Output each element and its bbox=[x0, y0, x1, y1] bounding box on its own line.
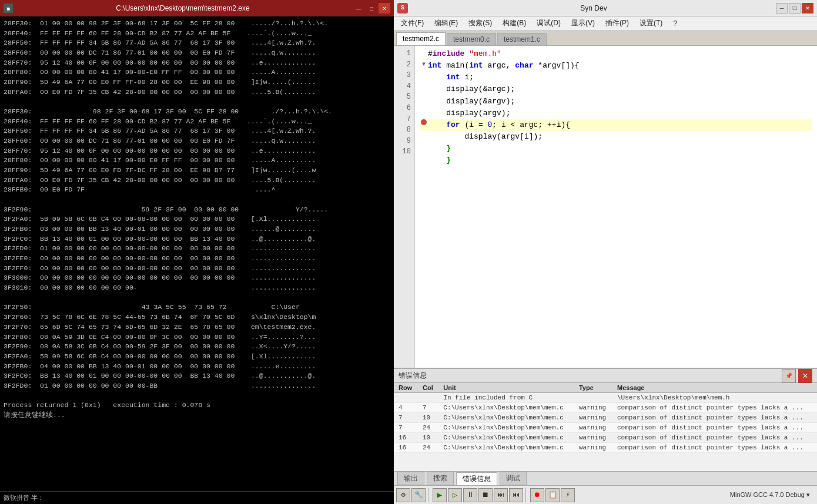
menu-help[interactable]: ? bbox=[668, 18, 682, 29]
error-cell-message-0: \Users\xlnx\Desktop\mem\mem.h bbox=[612, 393, 817, 403]
code-text-10: } bbox=[428, 154, 812, 166]
col-unit: Unit bbox=[438, 383, 574, 393]
tab-testmem1[interactable]: testmem1.c bbox=[497, 33, 547, 45]
error-cell-message-5: comparison of distinct pointer types lac… bbox=[612, 443, 817, 453]
line-num-6: 6 bbox=[394, 103, 414, 114]
error-row-1: 47C:\Users\xlnx\Desktop\mem\mem.cwarning… bbox=[394, 403, 817, 413]
error-cell-message-4: comparison of distinct pointer types lac… bbox=[612, 433, 817, 443]
menu-search[interactable]: 搜索(S) bbox=[464, 17, 497, 29]
error-panel-close-btn[interactable]: ✕ bbox=[798, 369, 812, 383]
toolbar-stop-btn[interactable]: ⏹ bbox=[478, 488, 493, 502]
code-text-3: int i; bbox=[428, 72, 812, 83]
terminal-minimize-btn[interactable]: — bbox=[353, 3, 364, 14]
error-cell-row-0 bbox=[394, 393, 418, 403]
error-cell-col-3: 24 bbox=[418, 423, 438, 433]
tab-testmem0[interactable]: testmem0.c bbox=[447, 33, 496, 45]
error-cell-type-5: warning bbox=[574, 443, 612, 453]
line-num-7: 7 bbox=[394, 114, 414, 125]
toolbar-clipboard-btn[interactable]: 📋 bbox=[545, 488, 560, 502]
fold-icon-2[interactable]: ▼ bbox=[422, 60, 426, 69]
code-text-5: display(&argv); bbox=[428, 96, 812, 107]
code-text-9: } bbox=[428, 143, 812, 154]
ide-error-panel: 错误信息 📌 ✕ Row Col Unit Type Message bbox=[394, 368, 817, 485]
error-cell-unit-3: C:\Users\xlnx\Desktop\mem\mem.c bbox=[438, 423, 574, 433]
menu-build[interactable]: 构建(B) bbox=[498, 17, 531, 29]
line-num-4: 4 bbox=[394, 81, 414, 92]
error-row-2: 710C:\Users\xlnx\Desktop\mem\mem.cwarnin… bbox=[394, 413, 817, 423]
ide-restore-btn[interactable]: □ bbox=[789, 3, 801, 14]
toolbar-sep-1 bbox=[428, 488, 430, 502]
ide-close-btn[interactable]: ✕ bbox=[802, 3, 813, 14]
ide-tabs: testmem2.c testmem0.c testmem1.c bbox=[394, 31, 817, 46]
code-area[interactable]: #include "mem.h" ▼ int main(int argc, ch… bbox=[415, 46, 817, 368]
err-tab-debug[interactable]: 调试 bbox=[500, 472, 527, 485]
err-tab-search[interactable]: 搜索 bbox=[427, 472, 454, 485]
toolbar-status[interactable]: MinGW GCC 4.7.0 Debug ▾ bbox=[576, 491, 815, 499]
tab-testmem2[interactable]: testmem2.c bbox=[396, 32, 446, 45]
menu-edit[interactable]: 编辑(E) bbox=[430, 17, 463, 29]
terminal-maximize-btn[interactable]: □ bbox=[366, 3, 377, 14]
menu-plugins[interactable]: 插件(P) bbox=[601, 17, 634, 29]
toolbar-stepover-btn[interactable]: ⏭ bbox=[494, 488, 508, 502]
error-cell-row-1: 4 bbox=[394, 403, 418, 413]
menu-view[interactable]: 显示(V) bbox=[567, 17, 600, 29]
terminal-title: C:\Users\xlnx\Desktop\mem\testmem2.exe bbox=[13, 4, 353, 12]
code-line-4: display(&argc); bbox=[420, 83, 812, 95]
col-message: Message bbox=[612, 383, 817, 393]
terminal-panel: ■ C:\Users\xlnx\Desktop\mem\testmem2.exe… bbox=[0, 0, 394, 504]
toolbar-step-btn[interactable]: ▷ bbox=[448, 488, 462, 502]
menu-settings[interactable]: 设置(T) bbox=[635, 17, 667, 29]
toolbar-pause-btn[interactable]: ⏸ bbox=[463, 488, 477, 502]
error-cell-type-3: warning bbox=[574, 423, 612, 433]
terminal-content[interactable]: 28FF30: 01 00 00 00 98 2F 3F 00-68 17 3F… bbox=[0, 16, 394, 491]
breakpoint-icon-7[interactable] bbox=[421, 119, 427, 125]
error-cell-type-0 bbox=[574, 393, 612, 403]
toolbar-btn-2[interactable]: 🔧 bbox=[411, 488, 426, 502]
err-tab-output[interactable]: 输出 bbox=[397, 472, 424, 485]
line-num-5: 5 bbox=[394, 92, 414, 103]
error-cell-type-2: warning bbox=[574, 413, 612, 423]
error-cell-message-2: comparison of distinct pointer types lac… bbox=[612, 413, 817, 423]
line-num-3: 3 bbox=[394, 70, 414, 81]
toolbar-btn-1[interactable]: ⚙ bbox=[396, 488, 410, 502]
error-cell-type-4: warning bbox=[574, 433, 612, 443]
code-text-2: int main(int argc, char *argv[]){ bbox=[428, 60, 812, 72]
menu-debug[interactable]: 调试(D) bbox=[532, 17, 565, 29]
error-cell-unit-5: C:\Users\xlnx\Desktop\mem\mem.c bbox=[438, 443, 574, 453]
code-line-5: display(&argv); bbox=[420, 96, 812, 107]
terminal-close-btn[interactable]: ✕ bbox=[379, 3, 390, 14]
code-line-8: display(argv[i]); bbox=[420, 131, 812, 143]
error-panel-label: 错误信息 bbox=[399, 371, 427, 381]
error-tabs: 输出 搜索 错误信息 调试 bbox=[394, 471, 817, 485]
toolbar-record-btn[interactable]: ⏺ bbox=[530, 488, 544, 502]
toolbar-stepinto-btn[interactable]: ⏮ bbox=[509, 488, 523, 502]
code-text-7: for (i = 0; i < argc; ++i){ bbox=[428, 119, 812, 131]
error-row-3: 724C:\Users\xlnx\Desktop\mem\mem.cwarnin… bbox=[394, 423, 817, 433]
error-cell-unit-2: C:\Users\xlnx\Desktop\mem\mem.c bbox=[438, 413, 574, 423]
err-tab-errors[interactable]: 错误信息 bbox=[456, 472, 497, 485]
toolbar-run-btn[interactable]: ▶ bbox=[433, 488, 447, 502]
ide-minimize-btn[interactable]: — bbox=[776, 3, 788, 14]
menu-file[interactable]: 文件(F) bbox=[396, 17, 428, 29]
error-table: Row Col Unit Type Message In file includ… bbox=[394, 383, 817, 471]
error-cell-type-1: warning bbox=[574, 403, 612, 413]
ide-toolbar: ⚙ 🔧 ▶ ▷ ⏸ ⏹ ⏭ ⏮ ⏺ 📋 ⚡ MinGW GCC 4.7.0 De… bbox=[394, 485, 817, 504]
code-text-6: display(argv); bbox=[428, 107, 812, 119]
error-cell-col-0 bbox=[418, 393, 438, 403]
error-cell-message-1: comparison of distinct pointer types lac… bbox=[612, 403, 817, 413]
error-cell-row-4: 16 bbox=[394, 433, 418, 443]
line-numbers: 1 2 3 4 5 6 7 8 9 10 bbox=[394, 46, 415, 368]
error-row-4: 1610C:\Users\xlnx\Desktop\mem\mem.cwarni… bbox=[394, 433, 817, 443]
terminal-icon: ■ bbox=[4, 4, 13, 13]
code-line-1: #include "mem.h" bbox=[420, 48, 812, 60]
code-text-4: display(&argc); bbox=[428, 83, 812, 95]
error-cell-col-1: 7 bbox=[418, 403, 438, 413]
terminal-statusbar: 微软拼音 半： bbox=[0, 491, 394, 504]
line-num-9: 9 bbox=[394, 136, 414, 147]
code-line-7: for (i = 0; i < argc; ++i){ bbox=[420, 119, 812, 131]
toolbar-extra-btn[interactable]: ⚡ bbox=[561, 488, 575, 502]
code-text-8: display(argv[i]); bbox=[428, 131, 812, 143]
error-cell-message-3: comparison of distinct pointer types lac… bbox=[612, 423, 817, 433]
col-type: Type bbox=[574, 383, 612, 393]
error-panel-pin-btn[interactable]: 📌 bbox=[782, 369, 796, 383]
